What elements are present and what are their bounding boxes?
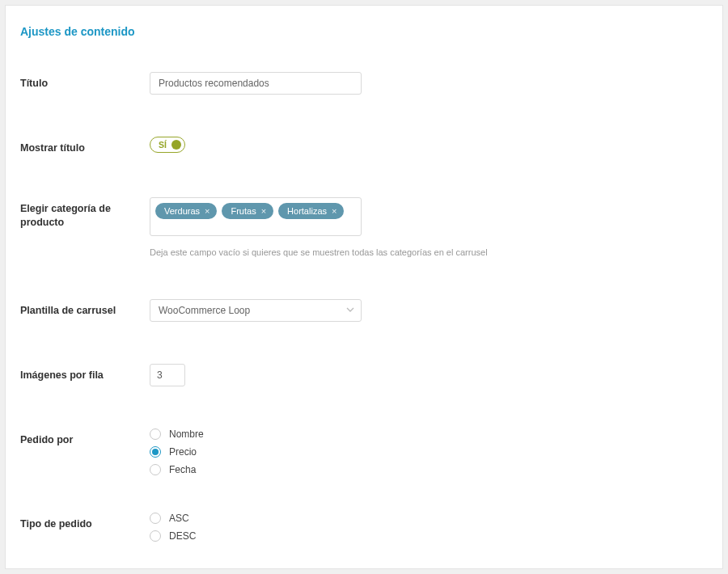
tag-label: Hortalizas	[287, 206, 327, 216]
pedido-por-radio-list: NombrePrecioFecha	[150, 428, 708, 475]
radio-label: ASC	[169, 513, 189, 524]
row-imagenes-fila: Imágenes por fila	[20, 364, 708, 386]
radio-label: Nombre	[169, 428, 204, 440]
label-imagenes-fila: Imágenes por fila	[20, 364, 150, 382]
chevron-down-icon	[346, 305, 354, 316]
row-pedido-por: Pedido por NombrePrecioFecha	[20, 428, 708, 475]
category-tag: Frutas×	[222, 203, 273, 219]
label-categoria: Elegir categoría de producto	[20, 197, 150, 230]
plantilla-select[interactable]: WooCommerce Loop	[150, 299, 362, 322]
pedido-por-radio-item[interactable]: Nombre	[150, 428, 708, 440]
label-tipo-pedido: Tipo de pedido	[20, 513, 150, 531]
row-titulo: Título	[20, 72, 708, 95]
toggle-knob	[171, 140, 181, 150]
categoria-hint: Deja este campo vacío si quieres que se …	[150, 247, 708, 257]
row-plantilla: Plantilla de carrusel WooCommerce Loop	[20, 299, 708, 322]
label-titulo: Título	[20, 72, 150, 91]
settings-panel: Ajustes de contenido Título Mostrar títu…	[5, 5, 723, 569]
imagenes-fila-input[interactable]	[150, 364, 185, 386]
pedido-por-radio-item[interactable]: Precio	[150, 446, 708, 458]
titulo-input[interactable]	[150, 72, 362, 95]
mostrar-titulo-toggle[interactable]: SÍ	[150, 137, 185, 153]
tipo-pedido-radio-item[interactable]: DESC	[150, 530, 708, 542]
radio-icon	[150, 513, 161, 524]
radio-icon	[150, 530, 161, 542]
label-mostrar-titulo: Mostrar título	[20, 137, 150, 155]
tipo-pedido-radio-list: ASCDESC	[150, 513, 708, 542]
pedido-por-radio-item[interactable]: Fecha	[150, 464, 708, 475]
radio-label: Fecha	[169, 464, 196, 475]
tag-label: Frutas	[231, 206, 256, 216]
category-tag: Hortalizas×	[278, 203, 344, 219]
radio-icon	[150, 446, 161, 458]
label-pedido-por: Pedido por	[20, 428, 150, 447]
radio-icon	[150, 428, 161, 440]
tag-remove-icon[interactable]: ×	[332, 206, 336, 216]
row-mostrar-titulo: Mostrar título SÍ	[20, 137, 708, 155]
tipo-pedido-radio-item[interactable]: ASC	[150, 513, 708, 524]
toggle-on-label: SÍ	[159, 140, 167, 150]
plantilla-selected-value: WooCommerce Loop	[159, 305, 250, 316]
radio-icon	[150, 464, 161, 475]
radio-label: Precio	[169, 446, 197, 458]
tag-label: Verduras	[164, 206, 200, 216]
tag-remove-icon[interactable]: ×	[205, 206, 210, 216]
category-tag: Verduras×	[155, 203, 217, 219]
tag-remove-icon[interactable]: ×	[261, 206, 266, 216]
categoria-tagbox[interactable]: Verduras×Frutas×Hortalizas×	[150, 197, 362, 236]
row-categoria: Elegir categoría de producto Verduras×Fr…	[20, 197, 708, 257]
label-plantilla: Plantilla de carrusel	[20, 299, 150, 318]
radio-label: DESC	[169, 530, 196, 542]
row-tipo-pedido: Tipo de pedido ASCDESC	[20, 513, 708, 542]
section-title: Ajustes de contenido	[20, 25, 708, 38]
